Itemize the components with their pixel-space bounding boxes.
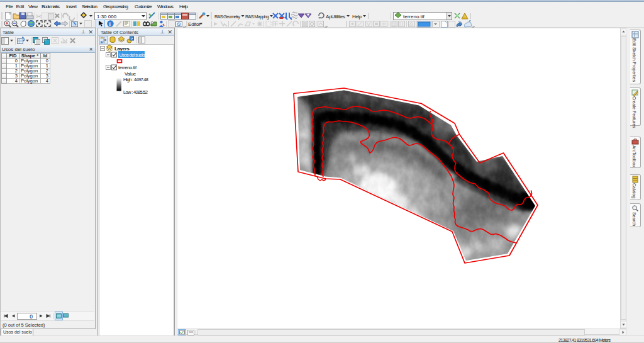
svg-text:High : 4497.48: High : 4497.48 [123, 77, 148, 82]
svg-text:Help: Help [179, 4, 189, 9]
svg-text:Editor: Editor [188, 21, 201, 27]
svg-text:1:30 000: 1:30 000 [97, 14, 117, 20]
svg-text:Usos del suelo: Usos del suelo [119, 52, 145, 58]
svg-text:View: View [28, 4, 38, 9]
svg-text:RAS Geometry: RAS Geometry [214, 14, 240, 20]
svg-text:Value: Value [125, 71, 136, 77]
svg-text:Geoprocessing: Geoprocessing [103, 4, 128, 9]
svg-text:Help: Help [352, 14, 362, 20]
svg-text:0: 0 [30, 313, 33, 320]
svg-text:Customize: Customize [135, 4, 153, 9]
svg-text:RAS Mapping: RAS Mapping [245, 14, 269, 20]
svg-text:Insert: Insert [66, 4, 77, 9]
svg-text:✂: ✂ [36, 13, 42, 20]
svg-text:File: File [6, 4, 14, 9]
svg-text:Windows: Windows [157, 4, 174, 9]
svg-text:Low : 4085.52: Low : 4085.52 [123, 89, 148, 95]
svg-text:Edit: Edit [16, 4, 25, 9]
svg-text:Bookmarks: Bookmarks [42, 4, 60, 9]
svg-text:terreno.tif: terreno.tif [118, 65, 137, 70]
svg-text:Layers: Layers [114, 46, 130, 52]
svg-text:ApUtilities: ApUtilities [326, 14, 345, 20]
svg-text:Selection: Selection [82, 4, 97, 9]
svg-text:terreno.tif: terreno.tif [403, 14, 425, 20]
